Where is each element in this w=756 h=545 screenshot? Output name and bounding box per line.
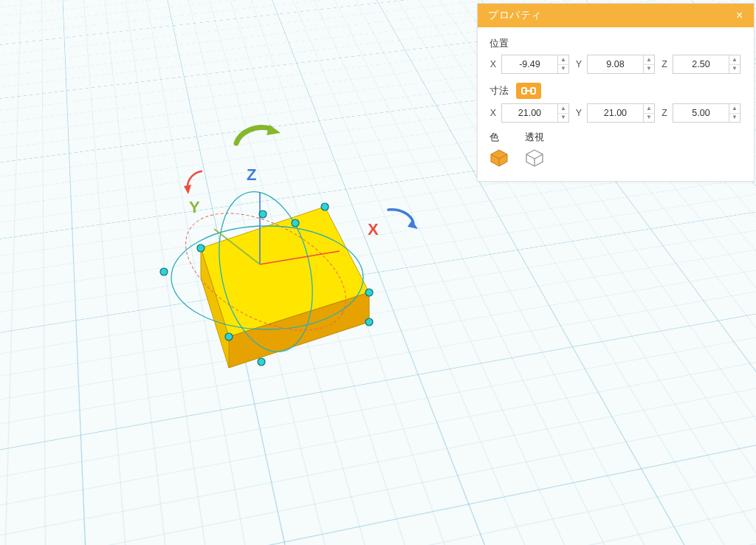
pos-z-label: Z	[661, 59, 668, 69]
step-up-icon[interactable]: ▲	[558, 55, 568, 65]
transparent-section-label: 透視	[525, 131, 544, 144]
dim-y-label: Y	[575, 108, 583, 118]
step-down-icon[interactable]: ▼	[644, 114, 654, 123]
step-down-icon[interactable]: ▼	[729, 114, 740, 123]
step-down-icon[interactable]: ▼	[729, 65, 740, 74]
color-solid-icon[interactable]	[489, 148, 509, 168]
step-up-icon[interactable]: ▲	[729, 104, 740, 114]
position-section-label: 位置	[489, 38, 742, 50]
svg-rect-3	[522, 88, 526, 94]
step-up-icon[interactable]: ▲	[644, 55, 654, 65]
dimension-row: X ▲▼ Y ▲▼ Z ▲▼	[489, 103, 742, 123]
step-down-icon[interactable]: ▼	[644, 65, 654, 74]
pos-x-input[interactable]	[502, 55, 557, 73]
pos-x-label: X	[489, 59, 497, 69]
dim-z-label: Z	[661, 108, 668, 118]
dimension-label-text: 寸法	[489, 85, 509, 97]
pos-y-input[interactable]	[588, 55, 643, 73]
position-row: X ▲▼ Y ▲▼ Z ▲▼	[489, 55, 742, 74]
svg-rect-4	[531, 88, 535, 94]
dim-x-label: X	[489, 108, 497, 118]
pos-z-input[interactable]	[673, 55, 729, 73]
dimension-section-label: 寸法	[489, 83, 742, 99]
close-icon[interactable]: ×	[733, 10, 746, 21]
transparent-wire-icon[interactable]	[525, 148, 544, 168]
pos-x-input-wrap: ▲▼	[501, 55, 569, 74]
step-down-icon[interactable]: ▼	[558, 65, 568, 74]
step-up-icon[interactable]: ▲	[644, 104, 654, 114]
pos-y-label: Y	[575, 59, 583, 69]
link-dimensions-button[interactable]	[516, 83, 541, 99]
panel-header[interactable]: プロパティ ×	[478, 4, 754, 27]
step-down-icon[interactable]: ▼	[558, 114, 568, 123]
dim-x-input[interactable]	[502, 104, 557, 122]
dim-y-input[interactable]	[588, 104, 643, 122]
step-up-icon[interactable]: ▲	[558, 104, 568, 114]
color-section-label: 色	[489, 131, 499, 144]
dim-z-input[interactable]	[673, 104, 729, 122]
properties-panel: プロパティ × 位置 X ▲▼ Y ▲▼ Z	[477, 3, 755, 182]
panel-title: プロパティ	[488, 9, 542, 22]
step-up-icon[interactable]: ▲	[729, 55, 740, 65]
